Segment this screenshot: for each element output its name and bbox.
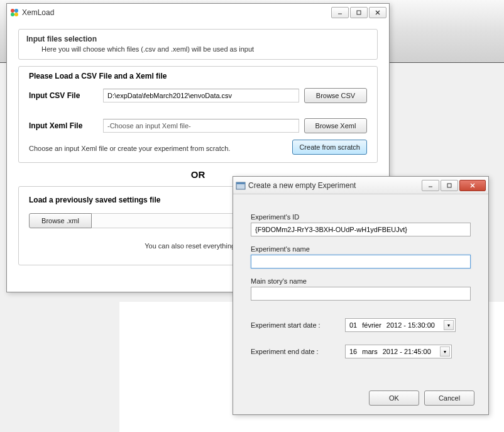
dialog-titlebar[interactable]: Create a new empty Experiment [233, 177, 488, 194]
window-controls [331, 7, 386, 18]
window-title: XemLoad [22, 8, 331, 17]
main-story-input[interactable] [251, 287, 471, 301]
end-date-picker[interactable]: 16 mars 2012 - 21:45:00 ▾ [345, 345, 452, 358]
load-title: Please Load a CSV File and a Xeml file [29, 72, 367, 80]
dialog-content: Experiment's ID Experiment's name Main s… [233, 194, 488, 414]
svg-point-2 [11, 13, 14, 16]
start-date-picker[interactable]: 01 février 2012 - 15:30:00 ▾ [345, 318, 456, 332]
experiment-name-label: Experiment's name [251, 245, 471, 253]
end-day: 16 [349, 348, 357, 355]
main-story-label: Main story's name [251, 277, 471, 285]
end-date-row: Experiment end date : 16 mars 2012 - 21:… [251, 345, 471, 358]
dialog-window-controls [422, 180, 486, 191]
dialog-maximize-button[interactable] [441, 180, 458, 191]
start-date-row: Experiment start date : 01 février 2012 … [251, 318, 471, 332]
csv-row: Input CSV File Browse CSV [29, 88, 367, 103]
svg-rect-9 [236, 182, 245, 184]
dialog-close-button[interactable] [459, 180, 486, 191]
csv-input[interactable] [103, 89, 299, 102]
start-date-label: Experiment start date : [251, 321, 345, 329]
experiment-id-label: Experiment's ID [251, 213, 471, 221]
dialog-icon [236, 180, 246, 191]
cancel-button[interactable]: Cancel [424, 390, 474, 406]
svg-point-0 [11, 9, 14, 13]
ok-button[interactable]: OK [369, 390, 419, 406]
input-files-section: Input files selection Here you will choo… [18, 29, 378, 60]
xeml-hint: Choose an input Xeml file or create your… [29, 145, 230, 152]
xeml-label: Input Xeml File [29, 121, 98, 130]
titlebar[interactable]: XemLoad [7, 4, 389, 21]
experiment-name-input[interactable] [251, 255, 471, 269]
dialog-title: Create a new empty Experiment [248, 181, 422, 190]
maximize-button[interactable] [350, 7, 368, 18]
svg-rect-11 [447, 184, 451, 187]
main-story-group: Main story's name [251, 277, 471, 301]
dialog-minimize-button[interactable] [422, 180, 439, 191]
start-rest: 2012 - 15:30:00 [386, 321, 435, 329]
create-from-scratch-button[interactable]: Create from scratch [292, 140, 367, 155]
browse-xml-button[interactable]: Browse .xml [29, 213, 92, 228]
xeml-input[interactable] [103, 119, 299, 133]
end-month: mars [362, 348, 377, 355]
csv-label: Input CSV File [29, 91, 98, 100]
start-month: février [362, 321, 381, 329]
load-section: Please Load a CSV File and a Xeml file I… [18, 66, 378, 163]
dialog-buttons: OK Cancel [369, 390, 474, 406]
calendar-icon[interactable]: ▾ [440, 346, 450, 357]
experiment-name-group: Experiment's name [251, 245, 471, 269]
svg-rect-5 [357, 11, 361, 14]
start-day: 01 [349, 321, 357, 329]
section-subtext: Here you will choose which files (.csv a… [41, 45, 370, 53]
browse-xeml-button[interactable]: Browse Xeml [304, 118, 367, 133]
end-date-label: Experiment end date : [251, 348, 345, 355]
minimize-button[interactable] [331, 7, 349, 18]
experiment-id-group: Experiment's ID [251, 213, 471, 236]
create-experiment-dialog: Create a new empty Experiment Experiment… [233, 176, 489, 415]
xeml-row: Input Xeml File Browse Xeml [29, 118, 367, 133]
app-icon [9, 8, 19, 18]
section-header: Input files selection [26, 35, 370, 43]
calendar-icon[interactable]: ▾ [444, 320, 454, 330]
end-rest: 2012 - 21:45:00 [383, 348, 431, 355]
svg-point-1 [14, 9, 18, 13]
close-button[interactable] [369, 7, 386, 18]
experiment-id-input[interactable] [251, 223, 471, 236]
browse-csv-button[interactable]: Browse CSV [304, 88, 367, 103]
svg-point-3 [14, 13, 18, 16]
